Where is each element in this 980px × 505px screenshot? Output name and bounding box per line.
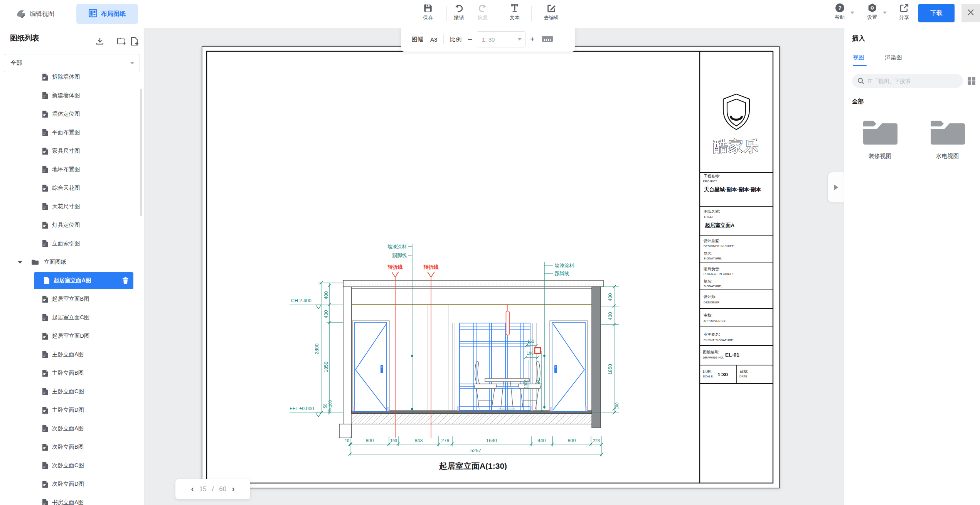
svg-text:1640: 1640 (486, 438, 497, 443)
sheet-size-value[interactable]: A3 (430, 36, 437, 43)
svg-text:1850: 1850 (323, 362, 329, 372)
sheet-name-value: 起居室立面A (704, 222, 735, 228)
sidebar-item-22[interactable]: 次卧立面D图 (0, 475, 144, 493)
insert-panel-title: 插入 (852, 34, 865, 43)
tab-views[interactable]: 视图 (853, 54, 864, 61)
sidebar-item-18[interactable]: 主卧立面D图 (0, 401, 144, 419)
save-button[interactable]: 保存 (416, 3, 439, 21)
go-edit-button[interactable]: 去编辑 (537, 3, 566, 21)
svg-text:343: 343 (536, 377, 541, 384)
tab-layout-sheets-label: 布局图纸 (101, 10, 126, 18)
download-button[interactable]: 下载 (918, 4, 955, 22)
svg-text:墙漆涂料: 墙漆涂料 (554, 263, 574, 268)
svg-text:DATE:: DATE: (739, 375, 748, 378)
svg-text:签名:: 签名: (704, 251, 712, 256)
sidebar-item-4[interactable]: 家具尺寸图 (0, 142, 144, 160)
sidebar-item-21[interactable]: 次卧立面C图 (0, 456, 144, 475)
section-all-label: 全部 (852, 98, 864, 105)
svg-text:TITLE:: TITLE: (704, 215, 713, 219)
scale-label: 比例 (450, 36, 461, 43)
sidebar-item-5[interactable]: 地坪布置图 (0, 160, 144, 179)
sidebar-item-15[interactable]: 主卧立面A图 (0, 345, 144, 364)
sidebar-item-19[interactable]: 次卧立面A图 (0, 419, 144, 438)
logo-text: 酷家乐 (713, 138, 759, 154)
svg-text:审核:: 审核: (704, 313, 712, 317)
svg-text:比例:: 比例: (703, 369, 712, 374)
settings-caret-icon[interactable] (883, 12, 887, 14)
sidebar-folder-elevations[interactable]: 立面图纸 (0, 253, 144, 271)
close-button[interactable] (961, 4, 980, 22)
door-right (550, 321, 588, 411)
view-search-input[interactable] (852, 74, 963, 88)
help-caret-icon[interactable] (850, 12, 854, 14)
sidebar-scrollbar[interactable] (140, 89, 142, 216)
redo-icon (471, 3, 494, 13)
settings-label: 设置 (867, 14, 877, 20)
svg-text:DESIGNER:: DESIGNER: (704, 301, 721, 304)
next-page-button[interactable]: › (232, 485, 234, 493)
folder-decoration-views[interactable]: 装修视图 (858, 120, 902, 160)
settings-button[interactable]: 设置 (860, 3, 884, 21)
panel-divider (844, 49, 980, 49)
svg-text:踢脚线: 踢脚线 (555, 271, 569, 276)
svg-text:400: 400 (608, 293, 613, 301)
sidebar-item-8[interactable]: 灯具定位图 (0, 216, 144, 234)
sidebar-item-20[interactable]: 次卧立面B图 (0, 438, 144, 456)
save-icon (416, 3, 439, 13)
kujiale-logo-icon (15, 8, 26, 20)
panel-collapse-handle[interactable] (828, 172, 844, 202)
delete-sheet-icon[interactable] (123, 277, 128, 284)
sheet-list-panel: 图纸列表 全部 拆除墙体图 新建墙体图 墙体定位图 平面布置图 家具尺寸图 地坪… (0, 28, 144, 505)
text-tool-button[interactable]: 文本 (503, 3, 526, 21)
tab-edit-view[interactable]: 编辑视图 (15, 7, 54, 21)
scale-select[interactable]: 1: 30 (477, 31, 525, 47)
sidebar-item-0[interactable]: 拆除墙体图 (0, 72, 144, 86)
svg-text:FFL ±0.000: FFL ±0.000 (290, 406, 314, 411)
sidebar-item-17[interactable]: 主卧立面C图 (0, 382, 144, 401)
sidebar-item-12[interactable]: 起居室立面B图 (0, 290, 144, 308)
drawing-sheet[interactable]: 酷家乐 工程名称: PROJECT: 天台星城-副本-副本-副本 图纸名称: T… (202, 46, 780, 488)
folder-label: 装修视图 (858, 153, 902, 160)
tab-layout-sheets[interactable]: 布局图纸 (76, 4, 138, 24)
sidebar-item-2[interactable]: 墙体定位图 (0, 105, 144, 123)
sidebar-item-23[interactable]: 书房立面A图 (0, 493, 144, 505)
sidebar-item-14[interactable]: 起居室立面D图 (0, 327, 144, 345)
canvas-toolbar: 图幅 A3 比例 − 1: 30 + (401, 27, 575, 52)
sheet-filter-select[interactable]: 全部 (4, 54, 140, 72)
folder-icon (862, 120, 898, 146)
grid-layout-icon[interactable] (967, 76, 976, 87)
redo-button[interactable]: 恢复 (471, 3, 494, 21)
add-folder-icon[interactable] (117, 37, 126, 47)
help-label: 帮助 (835, 14, 845, 20)
tab-renders[interactable]: 渲染图 (885, 54, 902, 61)
sidebar-item-3[interactable]: 平面布置图 (0, 123, 144, 142)
svg-text:400: 400 (608, 312, 613, 320)
undo-button[interactable]: 撤销 (447, 3, 470, 21)
share-button[interactable]: 分享 (892, 3, 916, 21)
add-sheet-icon[interactable] (130, 37, 139, 47)
folder-expand-caret-icon[interactable] (18, 261, 22, 264)
filter-caret-icon (130, 62, 134, 64)
sidebar-item-16[interactable]: 主卧立面B图 (0, 364, 144, 382)
svg-text:?: ? (838, 5, 842, 11)
scale-decrease-button[interactable]: − (468, 35, 472, 44)
sidebar-item-9[interactable]: 立面索引图 (0, 234, 144, 253)
measure-scale-button[interactable] (542, 35, 553, 44)
help-button[interactable]: ? 帮助 (828, 3, 851, 21)
svg-text:日期:: 日期: (739, 369, 748, 374)
current-page: 15 (199, 485, 207, 493)
sidebar-item-6[interactable]: 综合天花图 (0, 179, 144, 197)
redo-label: 恢复 (478, 15, 488, 20)
sidebar-item-13[interactable]: 起居室立面C图 (0, 308, 144, 327)
sidebar-item-selected[interactable]: 起居室立面A图 (0, 271, 144, 290)
folder-mep-views[interactable]: 水电视图 (925, 120, 970, 160)
sheet-filter-value: 全部 (4, 59, 22, 67)
download-sheet-icon[interactable] (96, 37, 104, 47)
toolbar-divider (446, 6, 447, 21)
sidebar-item-1[interactable]: 新建墙体图 (0, 86, 144, 105)
sidebar-item-7[interactable]: 天花尺寸图 (0, 197, 144, 216)
prev-page-button[interactable]: ‹ (191, 485, 194, 493)
svg-text:800: 800 (366, 438, 374, 443)
svg-text:153: 153 (527, 339, 534, 343)
scale-increase-button[interactable]: + (530, 35, 535, 44)
